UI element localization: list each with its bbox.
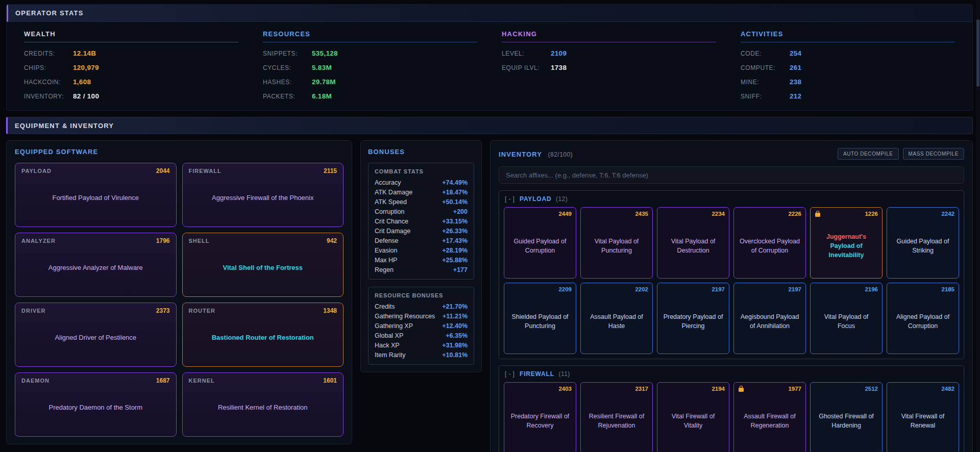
operator-stats-columns: WEALTH CREDITS: 12.14B CHIPS: 120,979 HA… xyxy=(7,22,972,110)
inventory-item-card[interactable]: 2209 Shielded Payload of Puncturing xyxy=(504,283,576,354)
equip-card-name: Aligned Driver of Pestilence xyxy=(55,333,136,343)
inventory-item-card[interactable]: 2512 Ghosted Firewall of Hardening xyxy=(810,382,883,452)
bonus-label: Regen xyxy=(375,266,394,273)
inventory-buttons: AUTO DECOMPILEMASS DECOMPILE xyxy=(834,148,964,160)
stat-label: CYCLES: xyxy=(263,64,312,71)
inventory-item-card[interactable]: 2202 Assault Payload of Haste xyxy=(580,283,653,354)
stat-column-title: WEALTH xyxy=(24,30,238,42)
inventory-item-card[interactable]: 1226 Juggernaut'sPayload of Inevitabilit… xyxy=(810,207,883,279)
inventory-item-card[interactable]: 2194 Vital Firewall of Vitality xyxy=(657,382,729,452)
bonus-row: Regen +177 xyxy=(375,266,468,273)
stat-label: MINE: xyxy=(741,79,790,86)
bonus-label: Credits xyxy=(375,303,395,310)
stat-rows: SNIPPETS: 535,128 CYCLES: 5.83M HASHES: … xyxy=(263,49,477,100)
inv-card-ilvl: 2435 xyxy=(635,211,648,217)
operator-stats-header: OPERATOR STATS xyxy=(7,5,972,22)
bonus-label: Global XP xyxy=(375,332,403,339)
inventory-item-card[interactable]: 2197 Aegisbound Payload of Annihilation xyxy=(733,283,806,354)
inventory-item-card[interactable]: 1977 Assault Firewall of Regeneration xyxy=(733,382,806,452)
stat-label: CREDITS: xyxy=(24,50,73,57)
inventory-group-firewall: [ - ] FIREWALL (11) 2403 Predatory Firew… xyxy=(499,365,964,452)
inv-card-name: Guided Payload of Corruption xyxy=(509,237,571,255)
inv-card-name: Assault Firewall of Regeneration xyxy=(739,412,801,430)
inventory-item-card[interactable]: 2197 Predatory Payload of Piercing xyxy=(657,283,729,354)
bonus-value: +17.43% xyxy=(442,237,468,244)
equip-card-ilvl: 2115 xyxy=(324,167,337,174)
bonus-row: Max HP +25.88% xyxy=(375,257,468,264)
inventory-header: INVENTORY (82/100) AUTO DECOMPILEMASS DE… xyxy=(499,148,964,160)
equipped-card-daemon[interactable]: DAEMON 1687 Predatory Daemon of the Stor… xyxy=(15,372,177,437)
inv-card-ilvl: 2196 xyxy=(865,286,878,292)
equipped-card-payload[interactable]: PAYLOAD 2044 Fortified Payload of Virule… xyxy=(15,163,177,227)
stat-label: SNIPPETS: xyxy=(263,50,312,57)
equip-slot-label: DRIVER xyxy=(21,308,46,314)
group-count: (12) xyxy=(556,195,568,203)
equipped-card-firewall[interactable]: FIREWALL 2115 Aggressive Firewall of the… xyxy=(182,163,344,227)
group-collapse-toggle[interactable]: [ - ] xyxy=(505,370,514,378)
equip-slot-label: FIREWALL xyxy=(189,168,222,174)
stat-value: 212 xyxy=(790,92,801,100)
stat-rows: CREDITS: 12.14B CHIPS: 120,979 HACKCOIN:… xyxy=(24,49,238,100)
inventory-item-card[interactable]: 2185 Aligned Payload of Corruption xyxy=(887,283,959,354)
page-scrollbar-thumb[interactable] xyxy=(976,19,979,87)
group-count: (11) xyxy=(559,370,570,378)
page-scrollbar[interactable] xyxy=(976,0,980,452)
bonus-label: Evasion xyxy=(375,247,397,254)
bonus-label: Max HP xyxy=(375,257,397,264)
inventory-item-card[interactable]: 2403 Predatory Firewall of Recovery xyxy=(504,382,576,452)
bonus-label: Crit Chance xyxy=(375,218,408,225)
stat-column-title: HACKING xyxy=(502,30,716,42)
inventory-panel: INVENTORY (82/100) AUTO DECOMPILEMASS DE… xyxy=(490,140,973,452)
equip-card-name: Resilient Kernel of Restoration xyxy=(218,403,308,413)
inventory-item-card[interactable]: 2242 Guided Payload of Striking xyxy=(887,207,959,279)
equipped-card-driver[interactable]: DRIVER 2373 Aligned Driver of Pestilence xyxy=(15,303,177,367)
bonus-label: Defense xyxy=(375,237,399,244)
bonus-label: Gathering Resources xyxy=(375,313,435,320)
inventory-item-card[interactable]: 2317 Resilient Firewall of Rejuvenation xyxy=(580,382,653,452)
equip-card-name: Fortified Payload of Virulence xyxy=(52,193,139,203)
equipped-software-panel: EQUIPPED SOFTWARE PAYLOAD 2044 Fortified… xyxy=(6,140,352,444)
equip-card-name: Aggressive Analyzer of Malware xyxy=(48,263,143,273)
inventory-item-card[interactable]: 2234 Vital Payload of Destruction xyxy=(657,207,729,279)
stat-column-title: RESOURCES xyxy=(263,30,477,42)
inv-card-name: Resilient Firewall of Rejuvenation xyxy=(585,412,648,430)
bonus-row: Accuracy +74.49% xyxy=(375,179,468,186)
stat-label: HASHES: xyxy=(263,79,312,86)
inventory-item-card[interactable]: 2435 Vital Payload of Puncturing xyxy=(580,207,653,279)
stat-value: 261 xyxy=(790,64,801,71)
bonus-label: ATK Damage xyxy=(375,189,412,196)
inv-card-ilvl: 2226 xyxy=(788,211,801,217)
stat-row: HACKCOIN: 1,608 xyxy=(24,78,238,86)
lock-icon xyxy=(739,388,744,392)
stat-value: 254 xyxy=(790,49,801,57)
equipped-card-analyzer[interactable]: ANALYZER 1796 Aggressive Analyzer of Mal… xyxy=(15,233,177,297)
stat-label: CODE: xyxy=(741,50,790,57)
inventory-item-card[interactable]: 2482 Vital Firewall of Renewal xyxy=(887,382,959,452)
equip-slot-label: SHELL xyxy=(189,238,210,244)
equipped-card-shell[interactable]: SHELL 942 Vital Shell of the Fortress xyxy=(182,233,344,297)
inv-card-ilvl: 2194 xyxy=(712,386,725,392)
stat-row: CYCLES: 5.83M xyxy=(263,64,477,71)
bonus-box-title: RESOURCE BONUSES xyxy=(375,292,468,298)
inv-card-name: Aegisbound Payload of Annihilation xyxy=(739,312,801,331)
mass-decompile-button[interactable]: MASS DECOMPILE xyxy=(903,148,964,160)
bonus-value: +10.81% xyxy=(442,351,468,359)
bonus-row: Evasion +28.19% xyxy=(375,247,468,254)
auto-decompile-button[interactable]: AUTO DECOMPILE xyxy=(838,148,899,160)
bonus-box: RESOURCE BONUSES Credits +21.70% Gatheri… xyxy=(368,287,474,365)
group-collapse-toggle[interactable]: [ - ] xyxy=(505,195,514,203)
stat-column-activities: ACTIVITIES CODE: 254 COMPUTE: 261 MINE: … xyxy=(741,30,955,100)
bonus-value: +25.88% xyxy=(442,257,468,264)
inventory-count: (82/100) xyxy=(548,151,573,158)
inventory-item-card[interactable]: 2226 Overclocked Payload of Corruption xyxy=(733,207,806,279)
equipped-card-kernel[interactable]: KERNEL 1601 Resilient Kernel of Restorat… xyxy=(182,372,344,437)
inventory-item-card[interactable]: 2196 Vital Payload of Focus xyxy=(810,283,883,354)
equipped-card-router[interactable]: ROUTER 1348 Bastioned Router of Restorat… xyxy=(182,303,344,367)
inv-card-ilvl: 2185 xyxy=(941,286,954,292)
stat-value: 82 / 100 xyxy=(73,92,99,100)
equipment-inventory-title: EQUIPMENT & INVENTORY xyxy=(15,122,114,130)
inventory-item-card[interactable]: 2449 Guided Payload of Corruption xyxy=(504,207,576,279)
equip-slot-label: PAYLOAD xyxy=(21,168,52,174)
item-name-rest: Payload of Inevitability xyxy=(829,242,864,259)
affix-search-input[interactable] xyxy=(499,166,964,184)
